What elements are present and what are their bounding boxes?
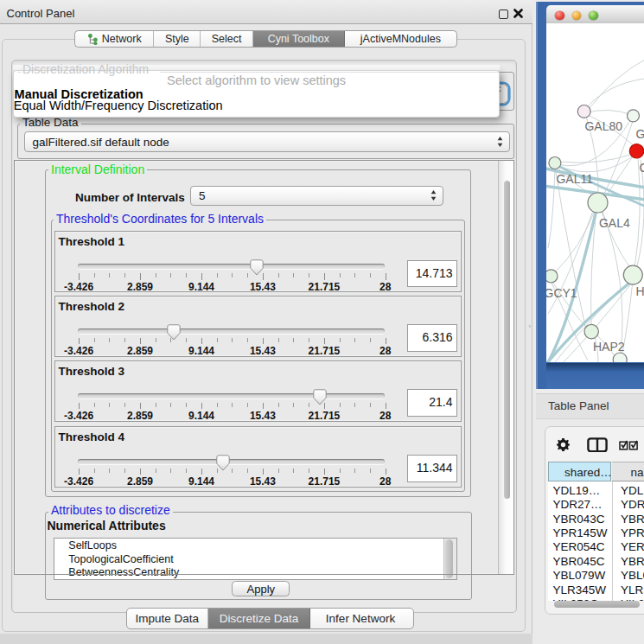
svg-text:GA: GA — [635, 128, 644, 142]
svg-text:H: H — [635, 284, 644, 298]
svg-text:GAL11: GAL11 — [556, 172, 593, 186]
svg-text:GAL80: GAL80 — [584, 120, 622, 134]
svg-text:C: C — [639, 162, 644, 175]
svg-text:GCY1: GCY1 — [546, 287, 577, 301]
svg-text:GAL4: GAL4 — [599, 216, 630, 230]
svg-text:HAP2: HAP2 — [593, 341, 625, 354]
